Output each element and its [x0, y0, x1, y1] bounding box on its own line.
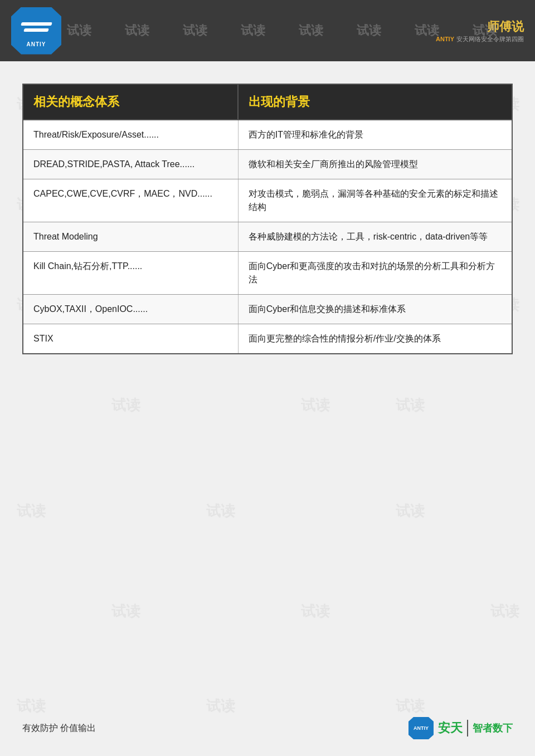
col1-header: 相关的概念体系: [23, 84, 238, 120]
main-content: 相关的概念体系 出现的背景 Threat/Risk/Exposure/Asset…: [0, 61, 535, 365]
body-watermark: 试读: [206, 501, 235, 521]
footer-antiy-small: ANTIY: [414, 725, 429, 731]
body-watermark: 试读: [206, 696, 235, 716]
table-cell-background: 微软和相关安全厂商所推出的风险管理模型: [238, 150, 512, 179]
footer: 有效防护 价值输出 ANTIY 安天 智者数下: [0, 717, 535, 739]
footer-tagline-text: 智者数下: [473, 723, 513, 734]
body-watermark: 试读: [396, 501, 425, 521]
header: ANTIY 试读试读试读试读试读试读试读试读 师傅说 ANTIY 安天网络安全令…: [0, 0, 535, 61]
table-row: Threat Modeling各种威胁建模的方法论，工具，risk-centri…: [23, 222, 512, 252]
page-wrapper: 试读试读试读试读试读试读试读试读试读试读试读试读试读试读试读试读试读试读试读试读…: [0, 0, 535, 756]
table-cell-concept: Threat/Risk/Exposure/Asset......: [23, 120, 238, 150]
body-watermark: 试读: [301, 396, 330, 415]
table-cell-background: 各种威胁建模的方法论，工具，risk-centric，data-driven等等: [238, 222, 512, 252]
concept-table: 相关的概念体系 出现的背景 Threat/Risk/Exposure/Asset…: [22, 84, 513, 354]
table-cell-concept: CAPEC,CWE,CVE,CVRF，MAEC，NVD......: [23, 179, 238, 222]
header-watermark: 试读: [125, 22, 149, 39]
table-cell-background: 面向Cyber和更高强度的攻击和对抗的场景的分析工具和分析方法: [238, 252, 512, 295]
table-cell-concept: Threat Modeling: [23, 222, 238, 252]
table-row: DREAD,STRIDE,PASTA, Attack Tree......微软和…: [23, 150, 512, 179]
body-watermark: 试读: [396, 396, 425, 415]
footer-logo-icon: ANTIY: [408, 717, 434, 739]
header-watermarks: 试读试读试读试读试读试读试读试读: [0, 0, 535, 61]
body-watermark: 试读: [17, 501, 46, 521]
footer-separator: [467, 720, 468, 737]
table-cell-concept: DREAD,STRIDE,PASTA, Attack Tree......: [23, 150, 238, 179]
body-watermark: 试读: [490, 602, 519, 621]
table-cell-concept: Kill Chain,钻石分析,TTP......: [23, 252, 238, 295]
body-watermark: 试读: [111, 396, 140, 415]
header-watermark: 试读: [415, 22, 439, 39]
table-cell-background: 面向更完整的综合性的情报分析/作业/交换的体系: [238, 324, 512, 354]
body-watermark: 试读: [17, 696, 46, 716]
table-row: CybOX,TAXII，OpenIOC......面向Cyber和信息交换的描述…: [23, 295, 512, 324]
table-row: STIX面向更完整的综合性的情报分析/作业/交换的体系: [23, 324, 512, 354]
table-cell-concept: STIX: [23, 324, 238, 354]
body-watermark: 试读: [111, 602, 140, 621]
footer-right: ANTIY 安天 智者数下: [408, 717, 513, 739]
footer-left-text: 有效防护 价值输出: [22, 723, 96, 734]
footer-logo-chinese: 安天: [438, 721, 463, 735]
body-watermark: 试读: [301, 602, 330, 621]
header-watermark: 试读: [299, 22, 323, 39]
footer-tagline: 智者数下: [473, 721, 513, 735]
col2-header: 出现的背景: [238, 84, 512, 120]
body-watermark: 试读: [396, 696, 425, 716]
header-watermark: 试读: [473, 22, 497, 39]
table-row: Kill Chain,钻石分析,TTP......面向Cyber和更高强度的攻击…: [23, 252, 512, 295]
table-row: CAPEC,CWE,CVE,CVRF，MAEC，NVD......对攻击模式，脆…: [23, 179, 512, 222]
table-cell-background: 面向Cyber和信息交换的描述和标准体系: [238, 295, 512, 324]
footer-logo-text: 安天: [438, 720, 463, 737]
table-cell-background: 西方的IT管理和标准化的背景: [238, 120, 512, 150]
header-watermark: 试读: [67, 22, 91, 39]
header-watermark: 试读: [241, 22, 265, 39]
header-watermark: 试读: [357, 22, 381, 39]
table-cell-concept: CybOX,TAXII，OpenIOC......: [23, 295, 238, 324]
header-watermark: 试读: [183, 22, 207, 39]
table-cell-background: 对攻击模式，脆弱点，漏洞等各种基础的安全元素的标定和描述结构: [238, 179, 512, 222]
table-row: Threat/Risk/Exposure/Asset......西方的IT管理和…: [23, 120, 512, 150]
